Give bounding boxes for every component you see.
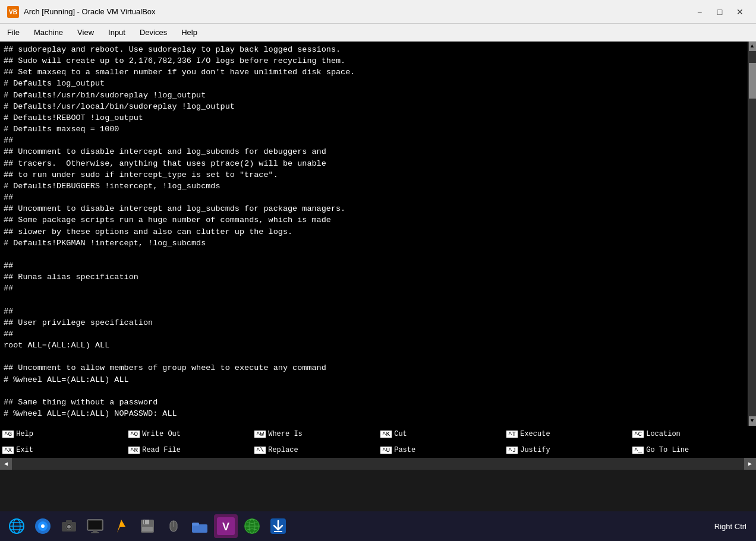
mouse-icon[interactable] bbox=[162, 514, 185, 538]
network-icon[interactable] bbox=[5, 514, 29, 538]
storage-icon[interactable] bbox=[136, 514, 159, 538]
menu-help[interactable]: Help bbox=[174, 26, 204, 39]
shortcut-label-gotoline: Go To Line bbox=[646, 446, 689, 454]
scrollbar-thumb[interactable] bbox=[749, 63, 756, 99]
svg-text:V: V bbox=[222, 521, 229, 533]
window-controls: − □ ✕ bbox=[691, 5, 749, 19]
menu-file[interactable]: File bbox=[0, 26, 27, 39]
audio-icon[interactable] bbox=[31, 514, 55, 538]
maximize-button[interactable]: □ bbox=[711, 5, 729, 19]
shortcut-label-execute: Execute bbox=[520, 430, 550, 438]
shortcut-help[interactable]: ^G Help bbox=[0, 426, 126, 442]
camera-icon[interactable] bbox=[57, 514, 81, 538]
shortcut-label-justify: Justify bbox=[520, 446, 550, 454]
svg-rect-13 bbox=[66, 520, 72, 523]
svg-point-12 bbox=[67, 525, 71, 529]
menu-view[interactable]: View bbox=[70, 26, 101, 39]
shortcut-exit[interactable]: ^X Exit bbox=[0, 442, 126, 458]
shortcut-key-readfile: ^R bbox=[128, 447, 140, 454]
shortcut-writeout[interactable]: ^O Write Out bbox=[126, 426, 252, 442]
shortcut-label-cut: Cut bbox=[394, 430, 407, 438]
svg-rect-16 bbox=[93, 530, 97, 532]
shortcut-key-location: ^C bbox=[632, 431, 644, 438]
horizontal-scrollbar[interactable]: ◀ ▶ bbox=[0, 458, 756, 470]
editor-content[interactable]: ## sudoreplay and reboot. Use sudoreplay… bbox=[0, 42, 748, 426]
svg-rect-25 bbox=[192, 523, 199, 526]
shortcut-label-replace: Replace bbox=[268, 446, 298, 454]
shortcut-execute[interactable]: ^T Execute bbox=[504, 426, 630, 442]
shortcut-key-help: ^G bbox=[2, 431, 14, 438]
shortcut-key-writeout: ^O bbox=[128, 431, 140, 438]
usb-icon[interactable] bbox=[109, 514, 133, 538]
menubar: File Machine View Input Devices Help bbox=[0, 24, 756, 42]
shortcut-key-justify: ^J bbox=[506, 447, 518, 454]
shortcut-label-help: Help bbox=[16, 430, 33, 438]
svg-rect-17 bbox=[91, 532, 99, 533]
v-icon[interactable]: V bbox=[214, 514, 238, 538]
download-icon[interactable] bbox=[266, 514, 290, 538]
taskbar-icons: V bbox=[5, 514, 710, 538]
shortcut-label-exit: Exit bbox=[16, 446, 33, 454]
svg-rect-21 bbox=[142, 527, 153, 531]
close-button[interactable]: ✕ bbox=[731, 5, 749, 19]
nano-shortcuts-bar: ^G Help ^O Write Out ^W Where Is ^K Cut … bbox=[0, 426, 756, 458]
svg-point-9 bbox=[41, 524, 45, 528]
shortcut-key-exit: ^X bbox=[2, 447, 14, 454]
shortcut-location[interactable]: ^C Location bbox=[630, 426, 756, 442]
shortcut-label-paste: Paste bbox=[394, 446, 415, 454]
svg-rect-20 bbox=[144, 520, 145, 524]
scrollbar-track bbox=[12, 458, 744, 470]
shortcut-paste[interactable]: ^U Paste bbox=[378, 442, 504, 458]
shortcut-label-whereis: Where Is bbox=[268, 430, 303, 438]
shortcut-whereis[interactable]: ^W Where Is bbox=[252, 426, 378, 442]
window-title: Arch [Running] - Oracle VM VirtualBox bbox=[24, 7, 691, 16]
titlebar: VB Arch [Running] - Oracle VM VirtualBox… bbox=[0, 0, 756, 24]
shortcut-key-whereis: ^W bbox=[254, 431, 266, 438]
shortcut-cut[interactable]: ^K Cut bbox=[378, 426, 504, 442]
app-icon: VB bbox=[7, 6, 19, 18]
shortcut-replace[interactable]: ^\ Replace bbox=[252, 442, 378, 458]
shortcut-label-readfile: Read File bbox=[142, 446, 181, 454]
svg-rect-24 bbox=[192, 524, 207, 533]
shortcut-key-gotoline: ^_ bbox=[632, 447, 644, 454]
menu-machine[interactable]: Machine bbox=[27, 26, 70, 39]
scroll-left-button[interactable]: ◀ bbox=[0, 458, 12, 470]
svg-rect-15 bbox=[89, 521, 102, 529]
editor-area: ## sudoreplay and reboot. Use sudoreplay… bbox=[0, 42, 756, 426]
minimize-button[interactable]: − bbox=[691, 5, 708, 19]
scroll-right-button[interactable]: ▶ bbox=[744, 458, 756, 470]
globe-icon[interactable] bbox=[240, 514, 264, 538]
right-ctrl-label: Right Ctrl bbox=[710, 522, 751, 531]
shortcut-justify[interactable]: ^J Justify bbox=[504, 442, 630, 458]
svg-text:VB: VB bbox=[9, 9, 17, 15]
menu-devices[interactable]: Devices bbox=[133, 26, 174, 39]
display-icon[interactable] bbox=[83, 514, 107, 538]
shortcut-gotoline[interactable]: ^_ Go To Line bbox=[630, 442, 756, 458]
taskbar: V Right Ctrl bbox=[0, 511, 756, 541]
vertical-scrollbar[interactable]: ▲ ▼ bbox=[748, 42, 756, 426]
folder-icon[interactable] bbox=[188, 514, 212, 538]
shortcut-label-writeout: Write Out bbox=[142, 430, 181, 438]
shortcut-label-location: Location bbox=[646, 430, 681, 438]
shortcut-readfile[interactable]: ^R Read File bbox=[126, 442, 252, 458]
shortcut-key-cut: ^K bbox=[380, 431, 392, 438]
shortcut-key-execute: ^T bbox=[506, 431, 518, 438]
menu-input[interactable]: Input bbox=[101, 26, 133, 39]
shortcut-key-replace: ^\ bbox=[254, 447, 266, 454]
shortcut-key-paste: ^U bbox=[380, 447, 392, 454]
